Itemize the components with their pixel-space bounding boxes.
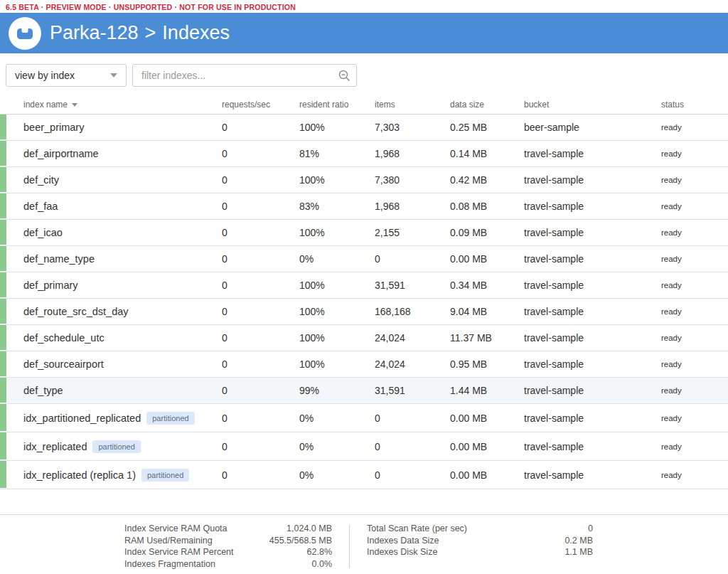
- resident-ratio-value: 100%: [299, 227, 375, 238]
- column-header-resident-ratio[interactable]: resident ratio: [299, 100, 375, 110]
- bucket-name: travel-sample: [524, 441, 661, 452]
- status-badge: ready: [661, 471, 728, 479]
- filter-indexes-input[interactable]: [132, 64, 357, 87]
- resident-ratio-value: 0%: [299, 469, 375, 481]
- beta-warning-banner: 6.5 BETA · PREVIEW MODE · UNSUPPORTED · …: [0, 0, 728, 13]
- index-service-stats-footer: Index Service RAM Quota 1,024.0 MB RAM U…: [0, 514, 728, 574]
- bucket-name: travel-sample: [524, 174, 661, 186]
- index-name: def_icao: [23, 227, 63, 238]
- data-size-value: 0.00 MB: [450, 253, 524, 265]
- data-size-value: 0.42 MB: [450, 174, 524, 186]
- index-name: def_city: [23, 174, 59, 186]
- items-value: 24,024: [375, 358, 450, 370]
- toolbar: view by index: [0, 53, 728, 95]
- items-value: 24,024: [375, 332, 450, 344]
- resident-ratio-value: 0%: [299, 413, 375, 424]
- table-row[interactable]: beer_primary 0 100% 7,303 0.25 MB beer-s…: [0, 115, 728, 141]
- status-badge: ready: [661, 360, 728, 368]
- table-row[interactable]: def_name_type 0 0% 0 0.00 MB travel-samp…: [0, 246, 728, 272]
- items-value: 1,968: [375, 201, 450, 212]
- data-size-value: 0.34 MB: [450, 280, 524, 291]
- bucket-name: travel-sample: [524, 358, 661, 370]
- requests-per-sec-value: 0: [222, 174, 299, 186]
- data-size-value: 0.14 MB: [450, 148, 524, 159]
- index-name: idx_replicated (replica 1): [23, 469, 136, 481]
- table-row[interactable]: idx_replicated partitioned 0 0% 0 0.00 M…: [0, 432, 728, 461]
- index-health-bar: [0, 461, 6, 488]
- breadcrumb: Parka-128 > Indexes: [50, 22, 230, 44]
- bucket-name: travel-sample: [524, 148, 661, 159]
- table-row[interactable]: idx_partitioned_replicated partitioned 0…: [0, 404, 728, 432]
- stat-label: Total Scan Rate (per sec): [367, 523, 555, 535]
- column-header-index-name[interactable]: index name: [6, 100, 222, 110]
- data-size-value: 1.44 MB: [450, 385, 524, 396]
- column-header-status[interactable]: status: [661, 100, 728, 110]
- index-name: def_schedule_utc: [23, 332, 105, 344]
- data-size-value: 11.37 MB: [450, 332, 524, 344]
- requests-per-sec-value: 0: [222, 441, 299, 452]
- index-health-bar: [0, 220, 6, 245]
- table-row[interactable]: def_sourceairport 0 100% 24,024 0.95 MB …: [0, 351, 728, 378]
- table-row[interactable]: def_route_src_dst_day 0 100% 168,168 9.0…: [0, 299, 728, 325]
- items-value: 168,168: [375, 306, 450, 317]
- stat-value: 0: [564, 523, 593, 535]
- footer-stats-right: Total Scan Rate (per sec) 0 Indexes Data…: [367, 523, 593, 570]
- table-row[interactable]: def_faa 0 83% 1,968 0.08 MB travel-sampl…: [0, 193, 728, 220]
- status-badge: ready: [661, 307, 728, 316]
- status-badge: ready: [661, 228, 728, 237]
- table-row[interactable]: def_type 0 99% 31,591 1.44 MB travel-sam…: [0, 378, 728, 404]
- resident-ratio-value: 0%: [299, 441, 375, 452]
- view-by-dropdown[interactable]: view by index: [6, 64, 127, 87]
- status-badge: ready: [661, 149, 728, 158]
- index-name: beer_primary: [23, 122, 84, 133]
- chevron-down-icon: [110, 73, 117, 78]
- status-badge: ready: [661, 414, 728, 422]
- stat-label: Indexes Data Size: [367, 536, 555, 547]
- breadcrumb-separator: >: [145, 22, 156, 44]
- index-name: def_faa: [23, 201, 58, 212]
- breadcrumb-cluster[interactable]: Parka-128: [50, 22, 139, 44]
- index-name: def_airportname: [23, 148, 99, 159]
- items-value: 7,380: [375, 174, 450, 186]
- column-header-requests[interactable]: requests/sec: [222, 100, 299, 110]
- index-name: def_type: [23, 385, 63, 396]
- table-row[interactable]: def_airportname 0 81% 1,968 0.14 MB trav…: [0, 141, 728, 167]
- column-header-bucket[interactable]: bucket: [524, 100, 661, 110]
- index-health-bar: [0, 115, 6, 139]
- index-health-bar: [0, 299, 6, 324]
- data-size-value: 0.25 MB: [450, 122, 524, 133]
- bucket-name: travel-sample: [524, 413, 661, 424]
- footer-divider: [349, 525, 350, 568]
- column-header-data-size[interactable]: data size: [450, 100, 524, 110]
- resident-ratio-value: 0%: [299, 253, 375, 265]
- index-health-bar: [0, 167, 6, 192]
- column-header-items[interactable]: items: [375, 100, 450, 110]
- items-value: 2,155: [375, 227, 450, 238]
- bucket-name: travel-sample: [524, 332, 661, 344]
- stat-label: Indexes Disk Size: [367, 547, 555, 558]
- index-name: def_name_type: [23, 253, 95, 265]
- index-health-bar: [0, 141, 6, 166]
- data-size-value: 0.00 MB: [450, 413, 524, 424]
- resident-ratio-value: 99%: [299, 385, 375, 396]
- stat-label: Indexes Fragmentation: [124, 559, 259, 570]
- items-value: 0: [375, 253, 450, 265]
- resident-ratio-value: 100%: [299, 174, 375, 186]
- status-badge: ready: [661, 442, 728, 451]
- table-row[interactable]: def_schedule_utc 0 100% 24,024 11.37 MB …: [0, 325, 728, 351]
- bucket-name: travel-sample: [524, 253, 661, 265]
- requests-per-sec-value: 0: [222, 122, 299, 133]
- data-size-value: 0.08 MB: [450, 201, 524, 212]
- table-row[interactable]: def_city 0 100% 7,380 0.42 MB travel-sam…: [0, 167, 728, 193]
- items-value: 1,968: [375, 148, 450, 159]
- spacer: [0, 489, 728, 514]
- footer-stats-left: Index Service RAM Quota 1,024.0 MB RAM U…: [124, 523, 332, 570]
- index-health-bar: [0, 246, 6, 271]
- table-row[interactable]: idx_replicated (replica 1) partitioned 0…: [0, 461, 728, 489]
- data-size-value: 0.00 MB: [450, 441, 524, 452]
- search-icon: [338, 69, 350, 82]
- table-row[interactable]: def_primary 0 100% 31,591 0.34 MB travel…: [0, 272, 728, 299]
- stat-value: 62.8%: [269, 547, 332, 558]
- table-row[interactable]: def_icao 0 100% 2,155 0.09 MB travel-sam…: [0, 220, 728, 246]
- items-value: 31,591: [375, 280, 450, 291]
